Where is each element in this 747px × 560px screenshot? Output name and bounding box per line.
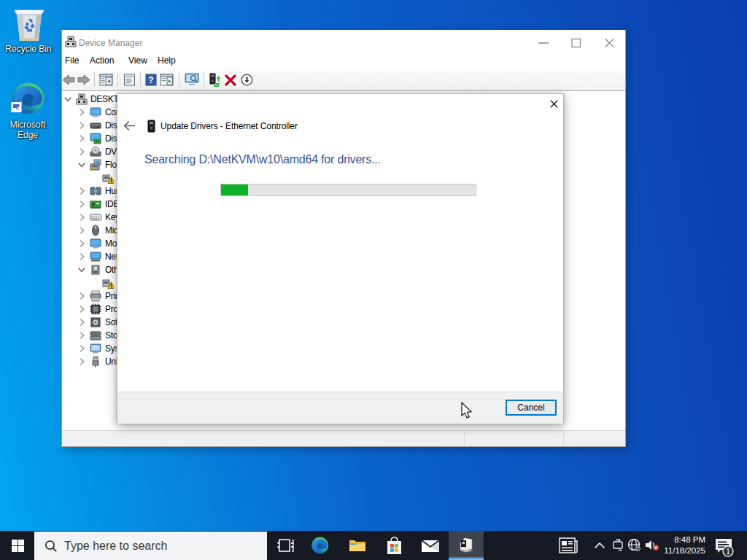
svg-text:1: 1 [726,548,730,556]
svg-text:?: ? [148,75,153,85]
